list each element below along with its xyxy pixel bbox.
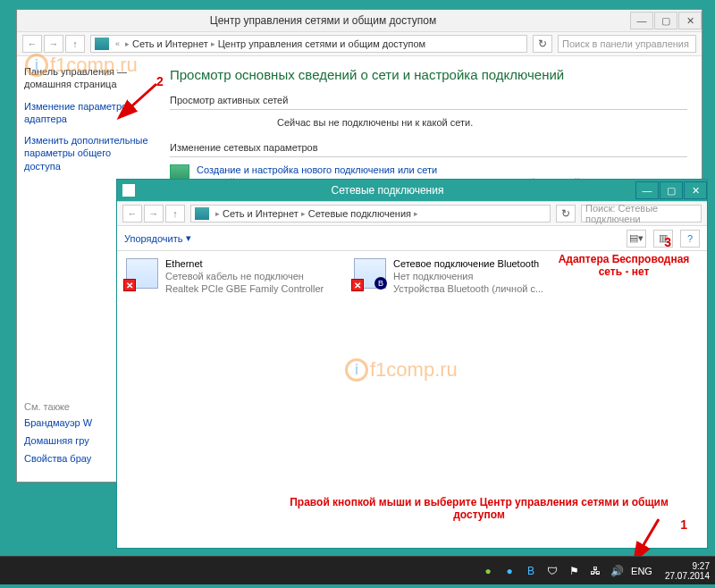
help-button[interactable]: ? [680, 230, 700, 248]
tray-network-icon[interactable]: 🖧 [588, 564, 602, 578]
no-connection-status: Сейчас вы не подключены ни к какой сети. [277, 117, 687, 128]
network-connections-window: Сетевые подключения — ▢ ✕ ← → ↑ ▸ Сеть и… [116, 179, 708, 549]
adapter-device: Realtek PCIe GBE Family Controller [165, 283, 324, 296]
back-button[interactable]: ← [22, 35, 42, 53]
change-adapter-settings-link[interactable]: Изменение параметров адаптера [24, 100, 148, 126]
breadcrumb-level2[interactable]: Сетевые подключения [308, 208, 411, 219]
tray-skype-icon[interactable]: ● [502, 564, 517, 578]
window-icon [122, 184, 135, 197]
tray-time: 9:27 [665, 561, 710, 571]
adapter-list: ✕ Ethernet Сетевой кабель не подключен R… [117, 251, 707, 548]
window-title: Центр управления сетями и общим доступом [17, 14, 629, 27]
error-overlay-icon: ✕ [351, 279, 364, 291]
svg-line-1 [635, 519, 659, 559]
tray-date: 27.07.2014 [665, 571, 710, 581]
adapter-device: Устройства Bluetooth (личной с... [393, 283, 543, 296]
title-bar: Центр управления сетями и общим доступом… [17, 10, 702, 31]
tray-volume-icon[interactable]: 🔊 [610, 564, 624, 578]
bluetooth-icon: B [374, 277, 387, 290]
adapter-name: Сетевое подключение Bluetooth [393, 258, 543, 271]
tray-action-center-icon[interactable]: ⚑ [567, 564, 581, 578]
refresh-button[interactable]: ↻ [556, 205, 576, 223]
adapter-bluetooth[interactable]: ✕ B Сетевое подключение Bluetooth Нет по… [354, 258, 568, 295]
breadcrumb-bar[interactable]: ▸ Сеть и Интернет ▸ Сетевые подключения … [190, 205, 551, 223]
minimize-button[interactable]: — [635, 181, 659, 199]
tray-clock[interactable]: 9:27 27.07.2014 [665, 561, 710, 581]
tray-security-icon[interactable]: 🛡 [545, 564, 559, 578]
breadcrumb-level1[interactable]: Сеть и Интернет [223, 208, 299, 219]
tray-bluetooth-icon[interactable]: B [524, 564, 538, 578]
up-button[interactable]: ↑ [65, 35, 85, 53]
close-button[interactable]: ✕ [684, 181, 707, 199]
annotation-number-2: 2 [156, 74, 164, 88]
refresh-button[interactable]: ↻ [533, 35, 552, 53]
page-heading: Просмотр основных сведений о сети и наст… [170, 67, 687, 82]
breadcrumb-bar[interactable]: «▸ Сеть и Интернет ▸ Центр управления се… [90, 35, 527, 53]
adapter-name: Ethernet [165, 258, 324, 271]
adapter-ethernet[interactable]: ✕ Ethernet Сетевой кабель не подключен R… [126, 258, 341, 295]
back-button[interactable]: ← [122, 205, 142, 223]
forward-button[interactable]: → [144, 205, 164, 223]
adapter-status: Сетевой кабель не подключен [165, 271, 324, 283]
control-panel-icon [195, 207, 209, 220]
tray-app-icon[interactable]: ● [481, 564, 495, 578]
close-button[interactable]: ✕ [678, 12, 702, 29]
annotation-number-1: 1 [680, 517, 687, 532]
breadcrumb-level2[interactable]: Центр управления сетями и общим доступом [218, 38, 425, 49]
annotation-instruction: Правой кнопкой мыши и выберите Центр упр… [287, 496, 671, 521]
adapter-status: Нет подключения [393, 271, 543, 283]
address-bar: ← → ↑ ▸ Сеть и Интернет ▸ Сетевые подклю… [117, 201, 707, 226]
control-panel-home-link[interactable]: Панель управления — домашняя страница [24, 65, 148, 91]
forward-button[interactable]: → [44, 35, 63, 53]
advanced-sharing-link[interactable]: Изменить дополнительные параметры общего… [24, 134, 148, 172]
ethernet-icon: ✕ [126, 258, 158, 289]
annotation-number-3: 3 [664, 235, 671, 249]
control-panel-icon [95, 38, 109, 50]
error-overlay-icon: ✕ [123, 279, 136, 291]
window-title: Сетевые подключения [140, 184, 635, 197]
tray-language[interactable]: ENG [631, 566, 652, 576]
organize-menu[interactable]: Упорядочить▾ [124, 232, 191, 244]
chevron-down-icon: ▾ [186, 232, 191, 244]
title-bar: Сетевые подключения — ▢ ✕ [117, 180, 707, 201]
address-bar: ← → ↑ «▸ Сеть и Интернет ▸ Центр управле… [17, 31, 702, 56]
maximize-button[interactable]: ▢ [660, 181, 683, 199]
search-input[interactable]: Поиск: Сетевые подключени [581, 205, 702, 223]
taskbar: ● ● B 🛡 ⚑ 🖧 🔊 ENG 9:27 27.07.2014 [0, 556, 715, 584]
minimize-button[interactable]: — [630, 12, 653, 29]
breadcrumb-level1[interactable]: Сеть и Интернет [132, 38, 208, 49]
search-input[interactable]: Поиск в панели управления [558, 35, 696, 53]
maximize-button[interactable]: ▢ [654, 12, 677, 29]
bluetooth-adapter-icon: ✕ B [354, 258, 386, 289]
view-options-button[interactable]: ▤▾ [627, 230, 646, 248]
active-networks-label: Просмотр активных сетей [170, 95, 687, 105]
change-settings-label: Изменение сетевых параметров [170, 142, 687, 153]
annotation-no-wireless: Адаптера Беспроводная сеть - нет [548, 253, 700, 278]
new-connection-link[interactable]: Создание и настройка нового подключения … [197, 164, 590, 175]
watermark: if1comp.ru [345, 358, 458, 382]
up-button[interactable]: ↑ [165, 205, 185, 223]
